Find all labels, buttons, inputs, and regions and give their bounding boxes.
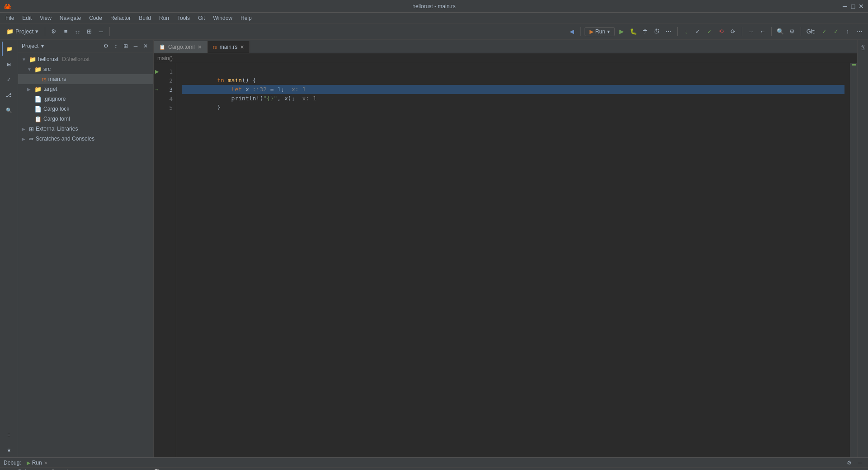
menu-code[interactable]: Code	[85, 14, 106, 22]
sidebar-commit-icon[interactable]: ✓	[2, 72, 16, 87]
tree-item-external-libs[interactable]: ▶ ⊞ External Libraries	[18, 124, 153, 134]
sidebar-git-right[interactable]: Git	[859, 42, 867, 54]
close-button[interactable]: ✕	[858, 3, 864, 9]
maximize-button[interactable]: □	[850, 3, 856, 9]
git-check1[interactable]: ✓	[819, 27, 829, 37]
git-push2[interactable]: ↑	[843, 27, 853, 37]
git-more[interactable]: ⋯	[854, 27, 864, 37]
git-update-button[interactable]: ↓	[681, 27, 691, 37]
search-everywhere-button[interactable]: 🔍	[775, 27, 785, 37]
profiler-button[interactable]: ⏱	[652, 27, 662, 37]
sidebar-structure-icon[interactable]: ≡	[2, 428, 16, 442]
expand-button[interactable]: ⊞	[84, 27, 94, 37]
menu-tools[interactable]: Tools	[174, 14, 193, 22]
forward-nav-button[interactable]: →	[746, 27, 756, 37]
arrow-icon: ▼	[27, 67, 33, 72]
sort-button[interactable]: ↕↕	[72, 27, 82, 37]
tab-close-cargotoml[interactable]: ✕	[198, 44, 202, 50]
collapse-button[interactable]: ─	[96, 27, 106, 37]
arrow-icon: ▶	[22, 127, 27, 132]
project-text: Project	[22, 43, 38, 49]
sidebar-search-icon[interactable]: 🔍	[2, 103, 16, 118]
file-tree-settings[interactable]: ⚙	[102, 42, 110, 50]
gutter-mark-1	[852, 64, 856, 66]
tree-item-cargolock[interactable]: ▶ 📄 Cargo.lock	[18, 104, 153, 114]
run-config-button[interactable]: ▶ Run ▾	[585, 27, 615, 36]
run-config-icon: ▶	[590, 28, 594, 35]
minimize-button[interactable]: ─	[842, 3, 848, 9]
git-revert-button[interactable]: ⟳	[728, 27, 738, 37]
file-tree-title: Project ▾	[22, 43, 44, 49]
coverage-button[interactable]: ☂	[640, 27, 650, 37]
debug-button[interactable]: 🐛	[628, 27, 638, 37]
menu-view[interactable]: View	[36, 14, 55, 22]
sidebar-git-icon[interactable]: ⎇	[2, 88, 16, 102]
git-commit-button[interactable]: ✓	[693, 27, 703, 37]
debug-up-button[interactable]: ⬆	[87, 468, 96, 470]
code-editor[interactable]: fn main() { let x :i32 = 1;x: 1 println!…	[176, 63, 850, 457]
tab-close-mainrs[interactable]: ✕	[240, 44, 244, 50]
file-tree-collapse[interactable]: ─	[132, 42, 140, 50]
debug-minimize-button[interactable]: ─	[855, 458, 864, 467]
more-run-button[interactable]: ⋯	[664, 27, 674, 37]
sidebar-favorites-icon[interactable]: ★	[2, 443, 16, 457]
file-tree-close[interactable]: ✕	[142, 42, 150, 50]
project-dropdown[interactable]: 📁 Project ▾	[4, 27, 41, 37]
file-tree-sort[interactable]: ↕	[112, 42, 120, 50]
back-nav-button[interactable]: ←	[758, 27, 768, 37]
debug-layout-button[interactable]: ⊞	[855, 468, 864, 470]
file-tree-expand[interactable]: ⊞	[122, 42, 130, 50]
rust-file-icon: rs	[42, 76, 47, 83]
toolbar-separator-5	[742, 27, 742, 36]
sidebar-project-icon[interactable]: 📁	[2, 42, 16, 56]
toolbar-separator-2	[109, 27, 110, 36]
debug-eval-button[interactable]: 🖩	[142, 468, 151, 470]
tree-item-mainrs[interactable]: ▶ rs main.rs	[18, 74, 153, 84]
menu-git[interactable]: Git	[194, 14, 208, 22]
debug-memory-button[interactable]: 💾	[152, 468, 161, 470]
run-indicator-1[interactable]: ▶	[154, 69, 160, 75]
menu-file[interactable]: File	[2, 14, 18, 22]
debug-list-button[interactable]: ≡	[76, 468, 85, 470]
tree-item-gitignore[interactable]: ▶ 📄 .gitignore	[18, 94, 153, 104]
tree-item-cargotoml[interactable]: ▶ 📋 Cargo.toml	[18, 114, 153, 124]
sidebar-bookmark-icon[interactable]: ⊞	[2, 57, 16, 71]
menu-help[interactable]: Help	[237, 14, 255, 22]
menu-run[interactable]: Run	[156, 14, 173, 22]
settings-gear-button[interactable]: ⚙	[787, 27, 797, 37]
tree-item-hellorust[interactable]: ▼ 📁 hellorust D:\hellorust	[18, 54, 153, 64]
git-history-button[interactable]: ⟲	[717, 27, 726, 37]
menu-build[interactable]: Build	[135, 14, 155, 22]
debug-step-into[interactable]: ↓	[109, 468, 118, 470]
tree-item-scratches[interactable]: ▶ ✏ Scratches and Consoles	[18, 134, 153, 144]
structure-button[interactable]: ≡	[61, 27, 71, 37]
tree-item-src[interactable]: ▼ 📁 src	[18, 64, 153, 74]
editor-content: ▶ 1 2 → 3 4 5	[154, 63, 857, 457]
debug-run-to-cursor[interactable]: →	[131, 468, 140, 470]
back-button[interactable]: ◀	[567, 27, 577, 37]
debug-step-over[interactable]: ↷	[98, 468, 107, 470]
settings-button[interactable]: ⚙	[49, 27, 59, 37]
tab-label-mainrs: main.rs	[220, 44, 237, 50]
git-push-button[interactable]: ✓	[705, 27, 715, 37]
debug-settings-button[interactable]: ⚙	[844, 458, 854, 467]
console-tab[interactable]: Console	[47, 468, 75, 470]
menu-window[interactable]: Window	[209, 14, 236, 22]
run-button[interactable]: ▶	[617, 27, 627, 37]
debugger-tab[interactable]: Debugger	[14, 468, 46, 470]
menu-navigate[interactable]: Navigate	[56, 14, 85, 22]
menu-edit[interactable]: Edit	[19, 14, 35, 22]
run-tab-close[interactable]: ✕	[44, 461, 47, 465]
editor-tabs: 📋 Cargo.toml ✕ rs main.rs ✕	[154, 40, 857, 53]
tab-cargotoml[interactable]: 📋 Cargo.toml ✕	[154, 41, 208, 53]
git-check2[interactable]: ✓	[831, 27, 841, 37]
menu-refactor[interactable]: Refactor	[107, 14, 134, 22]
debug-run-tab[interactable]: ▶ Run ✕	[27, 460, 47, 466]
tree-item-target[interactable]: ▶ 📁 target	[18, 84, 153, 94]
debug-panel: Debug: ▶ Run ✕ ⚙ ─ ⟳ Debugger Console ≡ …	[0, 457, 868, 470]
debug-resume-button[interactable]: ⟳	[4, 468, 13, 470]
tab-mainrs[interactable]: rs main.rs ✕	[208, 41, 250, 53]
app-logo-icon: 🦀	[4, 3, 11, 10]
debug-step-out[interactable]: ↑	[120, 468, 129, 470]
tree-path-hellorust: D:\hellorust	[62, 56, 90, 62]
